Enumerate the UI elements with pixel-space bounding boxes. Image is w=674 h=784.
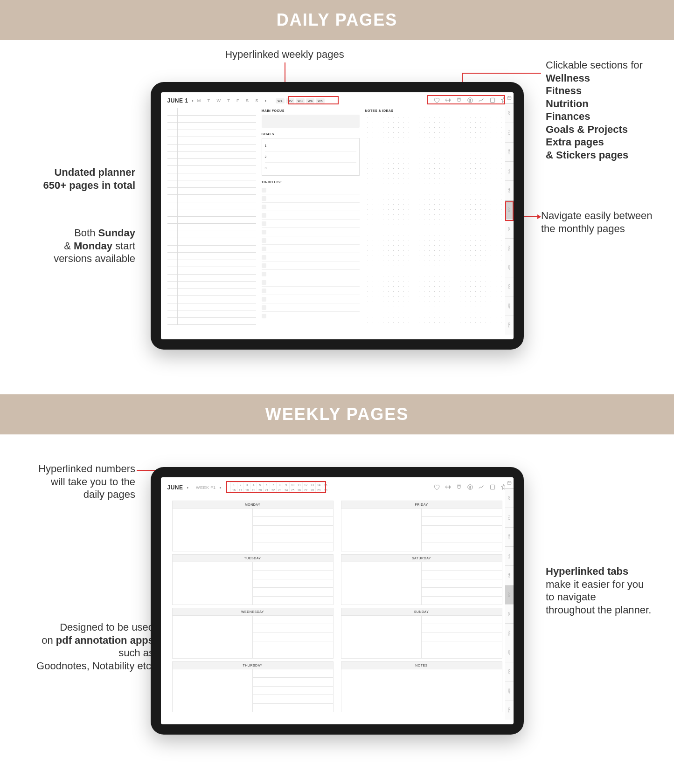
date-6[interactable]: 6 — [264, 482, 270, 488]
schedule-row[interactable] — [167, 303, 256, 311]
todo-row[interactable] — [262, 220, 360, 228]
todo-row[interactable] — [262, 270, 360, 278]
nutrition-icon[interactable] — [456, 484, 462, 491]
todo-row[interactable] — [262, 245, 360, 253]
schedule-row[interactable] — [167, 209, 256, 217]
nutrition-icon[interactable] — [456, 97, 462, 104]
month-tab-mar[interactable]: MAR — [505, 527, 514, 546]
date-13[interactable]: 13 — [309, 482, 316, 488]
month-tab-jun[interactable]: JUN — [505, 200, 514, 219]
date-26[interactable]: 26 — [296, 488, 303, 493]
schedule-row[interactable] — [167, 195, 256, 202]
month-tab-mar[interactable]: MAR — [505, 142, 514, 161]
date-30[interactable]: 30 — [322, 488, 329, 493]
todo-row[interactable] — [262, 253, 360, 261]
extra-icon[interactable] — [489, 484, 496, 491]
week-btn-w2[interactable]: W2 — [286, 98, 295, 103]
month-tab-apr[interactable]: APR — [505, 546, 514, 565]
week-btn-w1[interactable]: W1 — [276, 98, 285, 103]
date-28[interactable]: 28 — [309, 488, 316, 493]
fitness-icon[interactable] — [445, 484, 451, 491]
schedule-row[interactable] — [167, 296, 256, 303]
month-tab-sep[interactable]: SEP — [505, 643, 514, 662]
extra-icon[interactable] — [489, 97, 496, 104]
date-1[interactable]: 1 — [231, 482, 237, 488]
notes-dot-grid[interactable] — [365, 115, 507, 327]
calendar-tab-weekly[interactable] — [505, 477, 514, 488]
todo-row[interactable] — [262, 312, 360, 320]
wellness-icon[interactable] — [433, 484, 440, 491]
date-14[interactable]: 14 — [316, 482, 322, 488]
month-tab-feb[interactable]: FEB — [505, 508, 514, 527]
date-19[interactable]: 19 — [250, 488, 257, 493]
date-15[interactable]: 15 — [322, 482, 329, 488]
schedule-row[interactable] — [167, 151, 256, 159]
schedule-row[interactable] — [167, 260, 256, 268]
schedule-row[interactable] — [167, 275, 256, 282]
date-23[interactable]: 23 — [277, 488, 283, 493]
goals-icon[interactable] — [478, 484, 485, 491]
month-tab-jul[interactable]: JUL — [505, 219, 514, 238]
month-tab-may[interactable]: MAY — [505, 565, 514, 585]
schedule-row[interactable] — [167, 253, 256, 260]
date-7[interactable]: 7 — [270, 482, 277, 488]
schedule-row[interactable] — [167, 267, 256, 275]
schedule-row[interactable] — [167, 217, 256, 224]
month-tab-dec[interactable]: DEC — [505, 701, 514, 720]
fitness-icon[interactable] — [445, 97, 451, 104]
wellness-icon[interactable] — [433, 97, 440, 104]
date-25[interactable]: 25 — [290, 488, 296, 493]
date-4[interactable]: 4 — [250, 482, 257, 488]
month-tab-nov[interactable]: NOV — [505, 296, 514, 315]
month-tab-aug[interactable]: AUG — [505, 623, 514, 642]
finances-icon[interactable] — [467, 97, 473, 104]
month-tab-jan[interactable]: JAN — [505, 488, 514, 508]
todo-row[interactable] — [262, 261, 360, 270]
date-11[interactable]: 11 — [296, 482, 303, 488]
schedule-row[interactable] — [167, 173, 256, 181]
schedule-row[interactable] — [167, 202, 256, 210]
week-btn-w4[interactable]: W4 — [306, 98, 315, 103]
month-tab-jul[interactable]: JUL — [505, 604, 514, 623]
month-tab-apr[interactable]: APR — [505, 161, 514, 180]
schedule-row[interactable] — [167, 188, 256, 195]
schedule-row[interactable] — [167, 318, 256, 325]
week-btn-w5[interactable]: W5 — [316, 98, 325, 103]
date-24[interactable]: 24 — [283, 488, 290, 493]
schedule-row[interactable] — [167, 310, 256, 318]
date-17[interactable]: 17 — [237, 488, 244, 493]
date-27[interactable]: 27 — [303, 488, 309, 493]
todo-row[interactable] — [262, 194, 360, 203]
schedule-row[interactable] — [167, 246, 256, 253]
schedule-row[interactable] — [167, 224, 256, 231]
schedule-row[interactable] — [167, 137, 256, 144]
goals-icon[interactable] — [478, 97, 485, 104]
month-tab-dec[interactable]: DEC — [505, 316, 514, 335]
todo-row[interactable] — [262, 295, 360, 303]
date-29[interactable]: 29 — [316, 488, 322, 493]
schedule-row[interactable] — [167, 166, 256, 173]
schedule-row[interactable] — [167, 238, 256, 246]
schedule-row[interactable] — [167, 116, 256, 123]
date-3[interactable]: 3 — [244, 482, 250, 488]
schedule-row[interactable] — [167, 123, 256, 130]
schedule-row[interactable] — [167, 289, 256, 296]
month-tab-jan[interactable]: JAN — [505, 103, 514, 123]
date-21[interactable]: 21 — [264, 488, 270, 493]
schedule-row[interactable] — [167, 108, 256, 116]
month-tab-feb[interactable]: FEB — [505, 123, 514, 142]
schedule-row[interactable] — [167, 180, 256, 188]
todo-row[interactable] — [262, 278, 360, 287]
month-tab-may[interactable]: MAY — [505, 180, 514, 199]
date-16[interactable]: 16 — [231, 488, 237, 493]
month-tab-sep[interactable]: SEP — [505, 258, 514, 277]
date-8[interactable]: 8 — [277, 482, 283, 488]
date-20[interactable]: 20 — [257, 488, 264, 493]
todo-row[interactable] — [262, 203, 360, 211]
calendar-tab[interactable] — [505, 92, 514, 103]
date-18[interactable]: 18 — [244, 488, 250, 493]
month-tab-oct[interactable]: OCT — [505, 277, 514, 296]
schedule-row[interactable] — [167, 144, 256, 152]
schedule-row[interactable] — [167, 231, 256, 239]
todo-row[interactable] — [262, 303, 360, 312]
